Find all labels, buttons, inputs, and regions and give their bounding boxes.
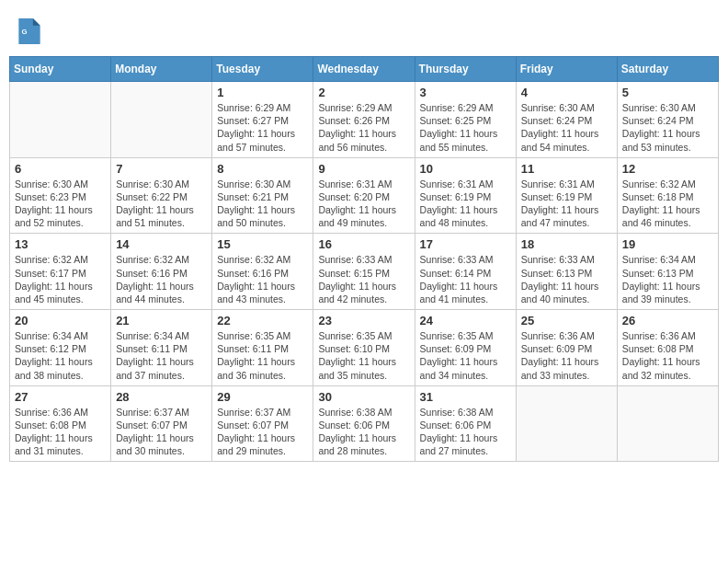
day-info: Sunrise: 6:32 AMSunset: 6:16 PMDaylight:… bbox=[116, 253, 207, 305]
day-number: 2 bbox=[318, 86, 409, 99]
calendar-cell: 11Sunrise: 6:31 AMSunset: 6:19 PMDayligh… bbox=[516, 157, 617, 234]
calendar-cell bbox=[111, 82, 212, 158]
calendar-cell bbox=[617, 385, 718, 462]
logo: G bbox=[18, 18, 44, 44]
day-info: Sunrise: 6:31 AMSunset: 6:19 PMDaylight:… bbox=[521, 178, 612, 230]
day-info: Sunrise: 6:37 AMSunset: 6:07 PMDaylight:… bbox=[116, 406, 207, 458]
day-info: Sunrise: 6:29 AMSunset: 6:25 PMDaylight:… bbox=[420, 101, 511, 154]
calendar-cell bbox=[516, 385, 617, 462]
day-number: 28 bbox=[116, 390, 207, 404]
day-info: Sunrise: 6:29 AMSunset: 6:27 PMDaylight:… bbox=[217, 101, 308, 154]
day-number: 6 bbox=[15, 162, 106, 176]
calendar-cell: 9Sunrise: 6:31 AMSunset: 6:20 PMDaylight… bbox=[313, 157, 415, 234]
calendar-cell: 20Sunrise: 6:34 AMSunset: 6:12 PMDayligh… bbox=[10, 310, 111, 386]
calendar-week-row: 1Sunrise: 6:29 AMSunset: 6:27 PMDaylight… bbox=[10, 82, 719, 158]
day-info: Sunrise: 6:33 AMSunset: 6:15 PMDaylight:… bbox=[318, 253, 409, 305]
day-info: Sunrise: 6:30 AMSunset: 6:24 PMDaylight:… bbox=[521, 101, 612, 154]
day-info: Sunrise: 6:30 AMSunset: 6:21 PMDaylight:… bbox=[217, 178, 308, 230]
day-number: 16 bbox=[318, 237, 409, 251]
calendar-cell bbox=[10, 82, 111, 158]
day-info: Sunrise: 6:32 AMSunset: 6:17 PMDaylight:… bbox=[15, 253, 106, 305]
calendar-cell: 24Sunrise: 6:35 AMSunset: 6:09 PMDayligh… bbox=[415, 310, 516, 386]
calendar-cell: 26Sunrise: 6:36 AMSunset: 6:08 PMDayligh… bbox=[617, 310, 718, 386]
weekday-header: Saturday bbox=[617, 57, 718, 82]
day-number: 27 bbox=[15, 390, 106, 404]
calendar-cell: 10Sunrise: 6:31 AMSunset: 6:19 PMDayligh… bbox=[415, 157, 516, 234]
weekday-header: Tuesday bbox=[212, 57, 313, 82]
weekday-header: Sunday bbox=[10, 57, 111, 82]
calendar-cell: 8Sunrise: 6:30 AMSunset: 6:21 PMDaylight… bbox=[212, 157, 313, 234]
day-number: 13 bbox=[15, 237, 106, 251]
day-number: 19 bbox=[622, 237, 713, 251]
day-number: 25 bbox=[521, 314, 612, 327]
day-info: Sunrise: 6:33 AMSunset: 6:14 PMDaylight:… bbox=[420, 253, 511, 305]
svg-marker-1 bbox=[33, 18, 40, 26]
day-info: Sunrise: 6:37 AMSunset: 6:07 PMDaylight:… bbox=[217, 406, 308, 458]
day-info: Sunrise: 6:34 AMSunset: 6:12 PMDaylight:… bbox=[15, 329, 106, 382]
calendar-cell: 15Sunrise: 6:32 AMSunset: 6:16 PMDayligh… bbox=[212, 234, 313, 310]
day-number: 12 bbox=[622, 162, 713, 176]
svg-text:G: G bbox=[21, 28, 27, 36]
calendar-cell: 6Sunrise: 6:30 AMSunset: 6:23 PMDaylight… bbox=[10, 157, 111, 234]
day-number: 15 bbox=[217, 237, 308, 251]
weekday-header: Wednesday bbox=[313, 57, 415, 82]
day-number: 17 bbox=[420, 237, 511, 251]
day-info: Sunrise: 6:31 AMSunset: 6:20 PMDaylight:… bbox=[318, 178, 409, 230]
calendar-cell: 29Sunrise: 6:37 AMSunset: 6:07 PMDayligh… bbox=[212, 385, 313, 462]
day-info: Sunrise: 6:35 AMSunset: 6:10 PMDaylight:… bbox=[318, 329, 409, 382]
calendar-cell: 3Sunrise: 6:29 AMSunset: 6:25 PMDaylight… bbox=[415, 82, 516, 158]
day-info: Sunrise: 6:36 AMSunset: 6:09 PMDaylight:… bbox=[521, 329, 612, 382]
day-number: 11 bbox=[521, 162, 612, 176]
day-info: Sunrise: 6:36 AMSunset: 6:08 PMDaylight:… bbox=[15, 406, 106, 458]
weekday-header: Friday bbox=[516, 57, 617, 82]
day-info: Sunrise: 6:32 AMSunset: 6:16 PMDaylight:… bbox=[217, 253, 308, 305]
calendar-cell: 21Sunrise: 6:34 AMSunset: 6:11 PMDayligh… bbox=[111, 310, 212, 386]
day-number: 21 bbox=[116, 314, 207, 327]
calendar-cell: 12Sunrise: 6:32 AMSunset: 6:18 PMDayligh… bbox=[617, 157, 718, 234]
page-header: G bbox=[9, 9, 719, 49]
day-info: Sunrise: 6:30 AMSunset: 6:24 PMDaylight:… bbox=[622, 101, 713, 154]
day-info: Sunrise: 6:31 AMSunset: 6:19 PMDaylight:… bbox=[420, 178, 511, 230]
calendar-cell: 27Sunrise: 6:36 AMSunset: 6:08 PMDayligh… bbox=[10, 385, 111, 462]
calendar-cell: 1Sunrise: 6:29 AMSunset: 6:27 PMDaylight… bbox=[212, 82, 313, 158]
day-number: 26 bbox=[622, 314, 713, 327]
calendar-cell: 22Sunrise: 6:35 AMSunset: 6:11 PMDayligh… bbox=[212, 310, 313, 386]
weekday-header: Thursday bbox=[415, 57, 516, 82]
calendar-cell: 16Sunrise: 6:33 AMSunset: 6:15 PMDayligh… bbox=[313, 234, 415, 310]
day-number: 30 bbox=[318, 390, 409, 404]
day-number: 1 bbox=[217, 86, 308, 99]
day-number: 14 bbox=[116, 237, 207, 251]
day-number: 7 bbox=[116, 162, 207, 176]
calendar-week-row: 20Sunrise: 6:34 AMSunset: 6:12 PMDayligh… bbox=[10, 310, 719, 386]
day-number: 23 bbox=[318, 314, 409, 327]
calendar-table: SundayMondayTuesdayWednesdayThursdayFrid… bbox=[9, 56, 719, 462]
day-number: 10 bbox=[420, 162, 511, 176]
day-number: 8 bbox=[217, 162, 308, 176]
day-number: 29 bbox=[217, 390, 308, 404]
day-number: 3 bbox=[420, 86, 511, 99]
day-info: Sunrise: 6:33 AMSunset: 6:13 PMDaylight:… bbox=[521, 253, 612, 305]
calendar-week-row: 6Sunrise: 6:30 AMSunset: 6:23 PMDaylight… bbox=[10, 157, 719, 234]
weekday-header-row: SundayMondayTuesdayWednesdayThursdayFrid… bbox=[10, 57, 719, 82]
day-info: Sunrise: 6:32 AMSunset: 6:18 PMDaylight:… bbox=[622, 178, 713, 230]
day-number: 31 bbox=[420, 390, 511, 404]
day-number: 5 bbox=[622, 86, 713, 99]
day-info: Sunrise: 6:34 AMSunset: 6:11 PMDaylight:… bbox=[116, 329, 207, 382]
day-info: Sunrise: 6:30 AMSunset: 6:23 PMDaylight:… bbox=[15, 178, 106, 230]
day-number: 24 bbox=[420, 314, 511, 327]
day-number: 18 bbox=[521, 237, 612, 251]
calendar-cell: 31Sunrise: 6:38 AMSunset: 6:06 PMDayligh… bbox=[415, 385, 516, 462]
day-number: 4 bbox=[521, 86, 612, 99]
calendar-cell: 13Sunrise: 6:32 AMSunset: 6:17 PMDayligh… bbox=[10, 234, 111, 310]
day-info: Sunrise: 6:36 AMSunset: 6:08 PMDaylight:… bbox=[622, 329, 713, 382]
calendar-cell: 23Sunrise: 6:35 AMSunset: 6:10 PMDayligh… bbox=[313, 310, 415, 386]
calendar-cell: 28Sunrise: 6:37 AMSunset: 6:07 PMDayligh… bbox=[111, 385, 212, 462]
calendar-cell: 19Sunrise: 6:34 AMSunset: 6:13 PMDayligh… bbox=[617, 234, 718, 310]
day-info: Sunrise: 6:30 AMSunset: 6:22 PMDaylight:… bbox=[116, 178, 207, 230]
day-number: 22 bbox=[217, 314, 308, 327]
day-info: Sunrise: 6:38 AMSunset: 6:06 PMDaylight:… bbox=[420, 406, 511, 458]
calendar-cell: 25Sunrise: 6:36 AMSunset: 6:09 PMDayligh… bbox=[516, 310, 617, 386]
day-info: Sunrise: 6:34 AMSunset: 6:13 PMDaylight:… bbox=[622, 253, 713, 305]
calendar-cell: 14Sunrise: 6:32 AMSunset: 6:16 PMDayligh… bbox=[111, 234, 212, 310]
day-number: 20 bbox=[15, 314, 106, 327]
